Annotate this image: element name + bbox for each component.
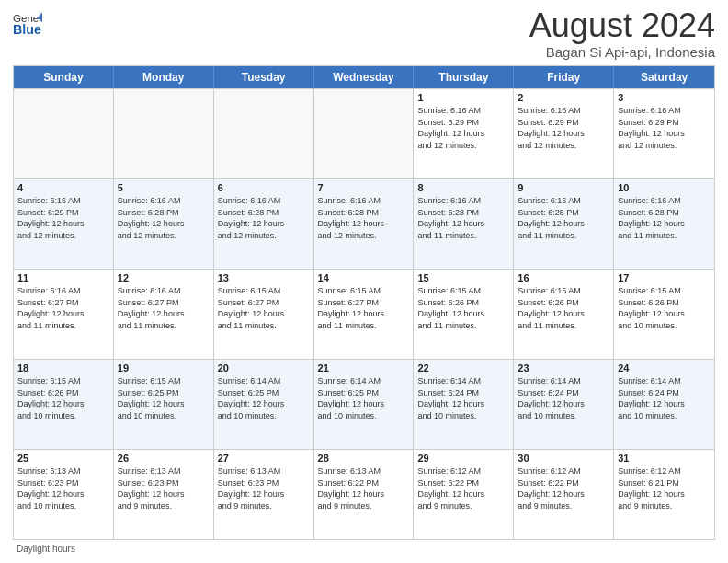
day-cell-30: 30Sunrise: 6:12 AM Sunset: 6:22 PM Dayli… — [514, 450, 614, 539]
day-cell-12: 12Sunrise: 6:16 AM Sunset: 6:27 PM Dayli… — [114, 270, 214, 359]
day-cell-8: 8Sunrise: 6:16 AM Sunset: 6:28 PM Daylig… — [414, 179, 514, 269]
day-cell-25: 25Sunrise: 6:13 AM Sunset: 6:23 PM Dayli… — [14, 450, 114, 539]
day-number: 17 — [618, 272, 711, 283]
day-info: Sunrise: 6:13 AM Sunset: 6:23 PM Dayligh… — [218, 465, 310, 511]
location: Bagan Si Api-api, Indonesia — [529, 44, 715, 60]
day-cell-13: 13Sunrise: 6:15 AM Sunset: 6:27 PM Dayli… — [214, 270, 314, 359]
day-info: Sunrise: 6:15 AM Sunset: 6:26 PM Dayligh… — [417, 285, 509, 331]
day-number: 23 — [518, 362, 609, 373]
daylight-label: Daylight hours — [17, 544, 75, 554]
calendar-header: SundayMondayTuesdayWednesdayThursdayFrid… — [14, 66, 714, 88]
day-number: 5 — [118, 182, 210, 193]
day-info: Sunrise: 6:13 AM Sunset: 6:22 PM Dayligh… — [318, 465, 410, 511]
weekday-header-monday: Monday — [114, 66, 214, 88]
day-cell-26: 26Sunrise: 6:13 AM Sunset: 6:23 PM Dayli… — [114, 450, 214, 539]
day-cell-27: 27Sunrise: 6:13 AM Sunset: 6:23 PM Dayli… — [214, 450, 314, 539]
day-number: 10 — [618, 182, 711, 193]
day-cell-20: 20Sunrise: 6:14 AM Sunset: 6:25 PM Dayli… — [214, 360, 314, 449]
calendar-body: 1Sunrise: 6:16 AM Sunset: 6:29 PM Daylig… — [14, 88, 714, 539]
day-info: Sunrise: 6:15 AM Sunset: 6:27 PM Dayligh… — [318, 285, 410, 331]
logo: General Blue — [13, 9, 42, 39]
day-info: Sunrise: 6:15 AM Sunset: 6:27 PM Dayligh… — [218, 285, 310, 331]
day-info: Sunrise: 6:16 AM Sunset: 6:28 PM Dayligh… — [618, 195, 711, 241]
day-cell-15: 15Sunrise: 6:15 AM Sunset: 6:26 PM Dayli… — [414, 270, 514, 359]
calendar-row-1: 4Sunrise: 6:16 AM Sunset: 6:29 PM Daylig… — [14, 178, 714, 269]
day-info: Sunrise: 6:15 AM Sunset: 6:25 PM Dayligh… — [118, 375, 210, 421]
day-number: 13 — [218, 272, 310, 283]
day-info: Sunrise: 6:16 AM Sunset: 6:28 PM Dayligh… — [218, 195, 310, 241]
calendar-row-0: 1Sunrise: 6:16 AM Sunset: 6:29 PM Daylig… — [14, 88, 714, 178]
day-info: Sunrise: 6:12 AM Sunset: 6:22 PM Dayligh… — [417, 465, 509, 511]
weekday-header-sunday: Sunday — [14, 66, 114, 88]
weekday-header-friday: Friday — [514, 66, 614, 88]
weekday-header-saturday: Saturday — [614, 66, 714, 88]
day-cell-7: 7Sunrise: 6:16 AM Sunset: 6:28 PM Daylig… — [314, 179, 415, 269]
weekday-header-tuesday: Tuesday — [214, 66, 314, 88]
footer-note: Daylight hours — [13, 544, 715, 554]
calendar: SundayMondayTuesdayWednesdayThursdayFrid… — [13, 65, 715, 540]
day-cell-17: 17Sunrise: 6:15 AM Sunset: 6:26 PM Dayli… — [614, 270, 714, 359]
day-number: 12 — [118, 272, 210, 283]
day-cell-14: 14Sunrise: 6:15 AM Sunset: 6:27 PM Dayli… — [314, 270, 415, 359]
day-number: 2 — [518, 92, 609, 103]
day-info: Sunrise: 6:16 AM Sunset: 6:27 PM Dayligh… — [17, 285, 109, 331]
svg-text:Blue: Blue — [13, 22, 41, 37]
day-info: Sunrise: 6:16 AM Sunset: 6:29 PM Dayligh… — [417, 105, 509, 151]
day-info: Sunrise: 6:14 AM Sunset: 6:24 PM Dayligh… — [417, 375, 509, 421]
header: General Blue August 2024 Bagan Si Api-ap… — [13, 9, 715, 60]
calendar-row-3: 18Sunrise: 6:15 AM Sunset: 6:26 PM Dayli… — [14, 359, 714, 449]
day-info: Sunrise: 6:15 AM Sunset: 6:26 PM Dayligh… — [618, 285, 711, 331]
day-number: 22 — [417, 362, 509, 373]
empty-cell-0-3 — [314, 89, 415, 178]
day-cell-4: 4Sunrise: 6:16 AM Sunset: 6:29 PM Daylig… — [14, 179, 114, 269]
weekday-header-thursday: Thursday — [414, 66, 514, 88]
day-number: 31 — [618, 453, 711, 464]
day-number: 11 — [17, 272, 109, 283]
calendar-row-4: 25Sunrise: 6:13 AM Sunset: 6:23 PM Dayli… — [14, 449, 714, 539]
day-cell-22: 22Sunrise: 6:14 AM Sunset: 6:24 PM Dayli… — [414, 360, 514, 449]
day-number: 20 — [218, 362, 310, 373]
day-number: 15 — [417, 272, 509, 283]
day-number: 6 — [218, 182, 310, 193]
day-number: 4 — [17, 182, 109, 193]
day-info: Sunrise: 6:16 AM Sunset: 6:28 PM Dayligh… — [118, 195, 210, 241]
day-info: Sunrise: 6:16 AM Sunset: 6:28 PM Dayligh… — [518, 195, 609, 241]
day-info: Sunrise: 6:14 AM Sunset: 6:25 PM Dayligh… — [218, 375, 310, 421]
day-number: 14 — [318, 272, 410, 283]
day-info: Sunrise: 6:16 AM Sunset: 6:29 PM Dayligh… — [518, 105, 609, 151]
day-number: 18 — [17, 362, 109, 373]
day-cell-28: 28Sunrise: 6:13 AM Sunset: 6:22 PM Dayli… — [314, 450, 415, 539]
day-number: 29 — [417, 453, 509, 464]
day-info: Sunrise: 6:14 AM Sunset: 6:24 PM Dayligh… — [518, 375, 609, 421]
title-area: August 2024 Bagan Si Api-api, Indonesia — [529, 9, 715, 60]
day-cell-10: 10Sunrise: 6:16 AM Sunset: 6:28 PM Dayli… — [614, 179, 714, 269]
day-cell-23: 23Sunrise: 6:14 AM Sunset: 6:24 PM Dayli… — [514, 360, 614, 449]
day-info: Sunrise: 6:12 AM Sunset: 6:22 PM Dayligh… — [518, 465, 609, 511]
day-cell-19: 19Sunrise: 6:15 AM Sunset: 6:25 PM Dayli… — [114, 360, 214, 449]
day-cell-21: 21Sunrise: 6:14 AM Sunset: 6:25 PM Dayli… — [314, 360, 415, 449]
empty-cell-0-1 — [114, 89, 214, 178]
day-info: Sunrise: 6:16 AM Sunset: 6:29 PM Dayligh… — [17, 195, 109, 241]
day-number: 7 — [318, 182, 410, 193]
day-info: Sunrise: 6:16 AM Sunset: 6:28 PM Dayligh… — [417, 195, 509, 241]
day-cell-9: 9Sunrise: 6:16 AM Sunset: 6:28 PM Daylig… — [514, 179, 614, 269]
day-number: 16 — [518, 272, 609, 283]
day-number: 30 — [518, 453, 609, 464]
day-number: 19 — [118, 362, 210, 373]
day-cell-29: 29Sunrise: 6:12 AM Sunset: 6:22 PM Dayli… — [414, 450, 514, 539]
day-cell-11: 11Sunrise: 6:16 AM Sunset: 6:27 PM Dayli… — [14, 270, 114, 359]
day-cell-1: 1Sunrise: 6:16 AM Sunset: 6:29 PM Daylig… — [414, 89, 514, 178]
day-cell-3: 3Sunrise: 6:16 AM Sunset: 6:29 PM Daylig… — [614, 89, 714, 178]
day-number: 9 — [518, 182, 609, 193]
day-info: Sunrise: 6:16 AM Sunset: 6:27 PM Dayligh… — [118, 285, 210, 331]
day-number: 8 — [417, 182, 509, 193]
day-number: 3 — [618, 92, 711, 103]
day-number: 1 — [417, 92, 509, 103]
empty-cell-0-0 — [14, 89, 114, 178]
day-info: Sunrise: 6:13 AM Sunset: 6:23 PM Dayligh… — [17, 465, 109, 511]
logo-icon: General Blue — [13, 9, 42, 39]
day-number: 27 — [218, 453, 310, 464]
day-number: 24 — [618, 362, 711, 373]
page: General Blue August 2024 Bagan Si Api-ap… — [0, 0, 728, 563]
day-cell-31: 31Sunrise: 6:12 AM Sunset: 6:21 PM Dayli… — [614, 450, 714, 539]
